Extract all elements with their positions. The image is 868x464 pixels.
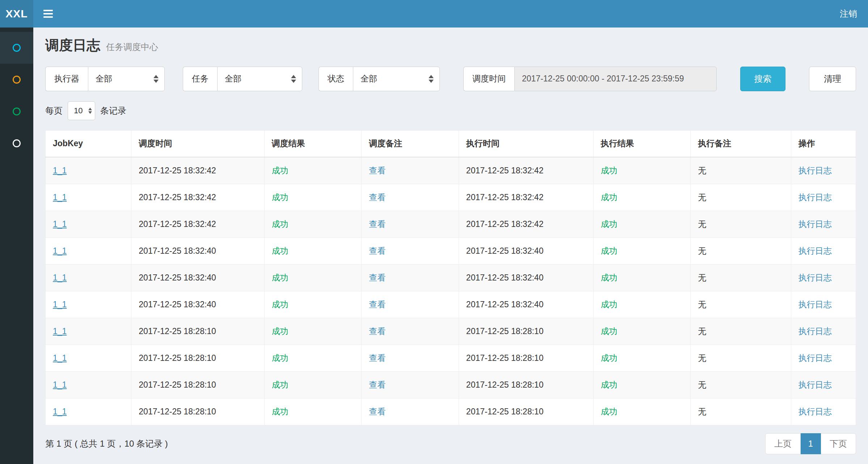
exec-log-link[interactable]: 执行日志	[799, 219, 832, 229]
executor-filter-value: 全部	[96, 73, 112, 84]
table-row: 1_1 2017-12-25 18:28:10 成功 查看 2017-12-25…	[46, 345, 856, 371]
jobkey-link[interactable]: 1_1	[53, 193, 67, 202]
jobkey-link[interactable]: 1_1	[53, 246, 67, 256]
exec-log-link[interactable]: 执行日志	[799, 166, 832, 175]
trigger-msg-link[interactable]: 查看	[369, 166, 385, 175]
handle-msg-cell: 无	[691, 398, 791, 425]
exec-log-link[interactable]: 执行日志	[799, 380, 832, 389]
page-size-select[interactable]: 10	[68, 101, 95, 120]
jobkey-link[interactable]: 1_1	[53, 166, 67, 175]
logout-button[interactable]: 注销	[829, 0, 868, 28]
hamburger-menu-icon[interactable]	[33, 0, 63, 28]
jobkey-link[interactable]: 1_1	[53, 326, 67, 336]
column-header-handle-time: 执行时间	[459, 130, 593, 157]
table-row: 1_1 2017-12-25 18:32:40 成功 查看 2017-12-25…	[46, 237, 856, 264]
handle-msg-cell: 无	[691, 264, 791, 291]
exec-log-link[interactable]: 执行日志	[799, 246, 832, 256]
trigger-msg-link[interactable]: 查看	[369, 407, 385, 416]
trigger-msg-link[interactable]: 查看	[369, 380, 385, 389]
exec-log-link[interactable]: 执行日志	[799, 300, 832, 309]
job-filter-value: 全部	[225, 73, 241, 84]
current-page-button[interactable]: 1	[801, 433, 821, 454]
app-logo[interactable]: XXL	[0, 0, 33, 28]
sidebar-item-3[interactable]	[0, 96, 33, 127]
executor-filter-select[interactable]: 全部	[88, 67, 165, 91]
handle-msg-cell: 无	[691, 345, 791, 371]
trigger-time-cell: 2017-12-25 18:32:42	[131, 157, 264, 184]
prev-page-button[interactable]: 上页	[765, 433, 801, 454]
table-row: 1_1 2017-12-25 18:28:10 成功 查看 2017-12-25…	[46, 398, 856, 425]
trigger-result-badge: 成功	[272, 273, 288, 282]
select-arrows-icon	[291, 75, 296, 83]
column-header-jobkey: JobKey	[46, 130, 131, 157]
trigger-msg-link[interactable]: 查看	[369, 273, 385, 282]
trigger-time-range-input[interactable]: 2017-12-25 00:00:00 - 2017-12-25 23:59:5…	[514, 67, 717, 91]
handle-msg-cell: 无	[691, 318, 791, 345]
trigger-msg-link[interactable]: 查看	[369, 353, 385, 363]
select-arrows-icon	[429, 75, 434, 83]
executor-filter-label: 执行器	[45, 67, 88, 91]
trigger-time-cell: 2017-12-25 18:32:42	[131, 211, 264, 237]
trigger-msg-link[interactable]: 查看	[369, 219, 385, 229]
handle-result-badge: 成功	[601, 353, 618, 363]
page-header: 调度日志 任务调度中心	[45, 38, 856, 54]
handle-time-cell: 2017-12-25 18:32:42	[459, 211, 593, 237]
trigger-msg-link[interactable]: 查看	[369, 326, 385, 336]
handle-msg-cell: 无	[691, 211, 791, 237]
sidebar-circle-icon	[13, 76, 21, 84]
jobkey-link[interactable]: 1_1	[53, 219, 67, 229]
jobkey-link[interactable]: 1_1	[53, 380, 67, 389]
sidebar-menu	[0, 32, 33, 159]
trigger-result-badge: 成功	[272, 193, 288, 202]
trigger-time-filter-group: 调度时间 2017-12-25 00:00:00 - 2017-12-25 23…	[463, 67, 717, 91]
content-area: 调度日志 任务调度中心 执行器 全部 任务 全部 状态 全部	[33, 28, 868, 464]
sidebar-item-2[interactable]	[0, 64, 33, 96]
table-row: 1_1 2017-12-25 18:32:42 成功 查看 2017-12-25…	[46, 184, 856, 211]
exec-log-link[interactable]: 执行日志	[799, 193, 832, 202]
handle-result-badge: 成功	[601, 246, 618, 256]
trigger-time-cell: 2017-12-25 18:28:10	[131, 318, 264, 345]
handle-result-badge: 成功	[601, 166, 618, 175]
trigger-msg-link[interactable]: 查看	[369, 246, 385, 256]
exec-log-link[interactable]: 执行日志	[799, 273, 832, 282]
trigger-result-badge: 成功	[272, 353, 288, 363]
search-button[interactable]: 搜索	[740, 67, 785, 91]
log-table-body: 1_1 2017-12-25 18:32:42 成功 查看 2017-12-25…	[46, 157, 856, 425]
handle-time-cell: 2017-12-25 18:32:40	[459, 264, 593, 291]
trigger-result-badge: 成功	[272, 300, 288, 309]
trigger-msg-link[interactable]: 查看	[369, 193, 385, 202]
jobkey-link[interactable]: 1_1	[53, 407, 67, 416]
exec-log-link[interactable]: 执行日志	[799, 326, 832, 336]
table-row: 1_1 2017-12-25 18:28:10 成功 查看 2017-12-25…	[46, 318, 856, 345]
handle-msg-cell: 无	[691, 371, 791, 398]
handle-time-cell: 2017-12-25 18:32:42	[459, 184, 593, 211]
jobkey-link[interactable]: 1_1	[53, 353, 67, 363]
handle-result-badge: 成功	[601, 219, 618, 229]
trigger-time-cell: 2017-12-25 18:28:10	[131, 345, 264, 371]
trigger-result-badge: 成功	[272, 380, 288, 389]
executor-filter-group: 执行器 全部	[45, 67, 165, 91]
next-page-button[interactable]: 下页	[821, 433, 856, 454]
exec-log-link[interactable]: 执行日志	[799, 353, 832, 363]
sidebar-circle-icon	[13, 44, 21, 52]
sidebar-item-1[interactable]	[0, 32, 33, 64]
job-filter-select[interactable]: 全部	[217, 67, 302, 91]
jobkey-link[interactable]: 1_1	[53, 273, 67, 282]
filter-toolbar: 执行器 全部 任务 全部 状态 全部 调度时间 2017-12-25 00:00…	[45, 67, 856, 91]
trigger-msg-link[interactable]: 查看	[369, 300, 385, 309]
status-filter-select[interactable]: 全部	[353, 67, 440, 91]
status-filter-label: 状态	[319, 67, 353, 91]
handle-result-badge: 成功	[601, 193, 618, 202]
jobkey-link[interactable]: 1_1	[53, 300, 67, 309]
table-container: JobKey 调度时间 调度结果 调度备注 执行时间 执行结果 执行备注 操作 …	[45, 130, 856, 425]
handle-msg-cell: 无	[691, 291, 791, 318]
table-row: 1_1 2017-12-25 18:32:42 成功 查看 2017-12-25…	[46, 157, 856, 184]
page-size-value: 10	[74, 106, 83, 115]
handle-time-cell: 2017-12-25 18:28:10	[459, 371, 593, 398]
clear-button[interactable]: 清理	[809, 67, 856, 91]
status-filter-value: 全部	[361, 73, 377, 84]
exec-log-link[interactable]: 执行日志	[799, 407, 832, 416]
page-subtitle: 任务调度中心	[106, 41, 158, 53]
sidebar-item-4[interactable]	[0, 127, 33, 159]
table-row: 1_1 2017-12-25 18:32:40 成功 查看 2017-12-25…	[46, 291, 856, 318]
